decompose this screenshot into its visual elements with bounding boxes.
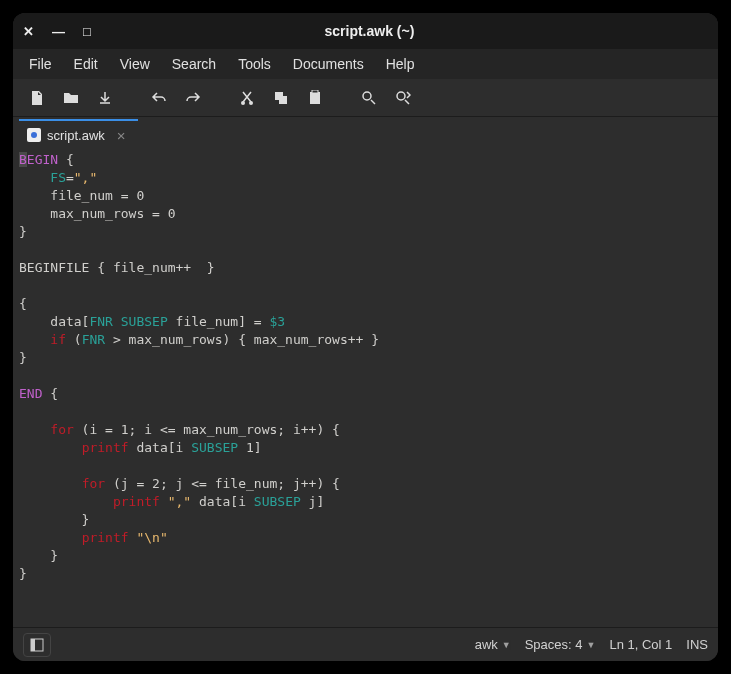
replace-icon: [395, 90, 411, 106]
tab-close-icon[interactable]: ×: [117, 127, 126, 144]
menu-edit[interactable]: Edit: [64, 52, 108, 76]
svg-rect-4: [310, 92, 320, 104]
replace-button[interactable]: [389, 84, 417, 112]
titlebar: ✕ — □ script.awk (~): [13, 13, 718, 49]
language-selector[interactable]: awk ▼: [475, 637, 511, 652]
menu-tools[interactable]: Tools: [228, 52, 281, 76]
search-icon: [361, 90, 377, 106]
window-title: script.awk (~): [91, 23, 648, 39]
side-panel-button[interactable]: [23, 633, 51, 657]
window-minimize-icon[interactable]: —: [52, 24, 65, 39]
paste-icon: [307, 90, 323, 106]
insert-mode[interactable]: INS: [686, 637, 708, 652]
cut-icon: [239, 90, 255, 106]
undo-icon: [151, 90, 167, 106]
status-bar: awk ▼ Spaces: 4 ▼ Ln 1, Col 1 INS: [13, 627, 718, 661]
search-button[interactable]: [355, 84, 383, 112]
file-icon: [27, 128, 41, 142]
svg-rect-5: [312, 90, 318, 93]
toolbar: [13, 79, 718, 117]
indentation-selector[interactable]: Spaces: 4 ▼: [525, 637, 596, 652]
menu-file[interactable]: File: [19, 52, 62, 76]
cursor-position: Ln 1, Col 1: [609, 637, 672, 652]
menubar: File Edit View Search Tools Documents He…: [13, 49, 718, 79]
menu-view[interactable]: View: [110, 52, 160, 76]
menu-search[interactable]: Search: [162, 52, 226, 76]
svg-point-0: [241, 101, 245, 105]
menu-documents[interactable]: Documents: [283, 52, 374, 76]
new-file-button[interactable]: [23, 84, 51, 112]
redo-button[interactable]: [179, 84, 207, 112]
chevron-down-icon: ▼: [502, 640, 511, 650]
tab-label: script.awk: [47, 128, 105, 143]
window-maximize-icon[interactable]: □: [83, 24, 91, 39]
open-file-button[interactable]: [57, 84, 85, 112]
menu-help[interactable]: Help: [376, 52, 425, 76]
undo-button[interactable]: [145, 84, 173, 112]
svg-rect-3: [279, 96, 287, 104]
save-icon: [97, 90, 113, 106]
svg-point-1: [249, 101, 253, 105]
save-file-button[interactable]: [91, 84, 119, 112]
side-panel-icon: [30, 638, 44, 652]
tab-bar: script.awk ×: [13, 117, 718, 149]
paste-button[interactable]: [301, 84, 329, 112]
svg-point-7: [397, 92, 405, 100]
chevron-down-icon: ▼: [587, 640, 596, 650]
tab-script[interactable]: script.awk ×: [19, 119, 138, 149]
svg-rect-11: [31, 639, 35, 651]
redo-icon: [185, 90, 201, 106]
code-editor[interactable]: BEGIN { FS="," file_num = 0 max_num_rows…: [13, 149, 718, 627]
new-file-icon: [29, 90, 45, 106]
svg-point-6: [363, 92, 371, 100]
svg-point-9: [31, 132, 37, 138]
copy-button[interactable]: [267, 84, 295, 112]
editor-window: ✕ — □ script.awk (~) File Edit View Sear…: [13, 13, 718, 661]
open-file-icon: [63, 90, 79, 106]
copy-icon: [273, 90, 289, 106]
cut-button[interactable]: [233, 84, 261, 112]
window-close-icon[interactable]: ✕: [23, 24, 34, 39]
